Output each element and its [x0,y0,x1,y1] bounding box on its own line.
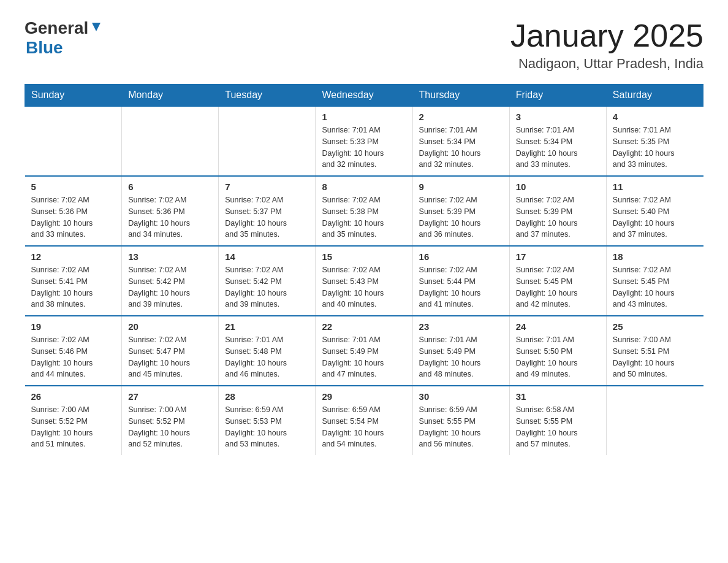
calendar-cell: 12Sunrise: 7:02 AM Sunset: 5:41 PM Dayli… [25,246,122,316]
day-number: 9 [419,182,503,192]
day-info: Sunrise: 7:00 AM Sunset: 5:52 PM Dayligh… [31,404,116,450]
day-number: 5 [31,182,116,192]
calendar-header: SundayMondayTuesdayWednesdayThursdayFrid… [25,85,703,107]
day-number: 13 [128,251,212,262]
calendar-cell: 15Sunrise: 7:02 AM Sunset: 5:43 PM Dayli… [316,246,412,316]
calendar-body: 1Sunrise: 7:01 AM Sunset: 5:33 PM Daylig… [25,106,703,455]
day-number: 14 [225,251,309,262]
calendar-cell: 17Sunrise: 7:02 AM Sunset: 5:45 PM Dayli… [509,246,606,316]
calendar-cell: 14Sunrise: 7:02 AM Sunset: 5:42 PM Dayli… [219,246,316,316]
day-info: Sunrise: 7:02 AM Sunset: 5:40 PM Dayligh… [613,194,697,240]
day-number: 16 [419,251,503,262]
weekday-header-tuesday: Tuesday [219,85,316,107]
calendar-table: SundayMondayTuesdayWednesdayThursdayFrid… [25,84,703,455]
svg-marker-0 [92,23,100,31]
day-number: 21 [225,321,309,332]
day-info: Sunrise: 7:02 AM Sunset: 5:41 PM Dayligh… [31,264,116,310]
calendar-cell [606,386,703,455]
day-number: 18 [613,251,697,262]
day-number: 8 [322,182,406,192]
day-number: 22 [322,321,406,332]
calendar-cell: 30Sunrise: 6:59 AM Sunset: 5:55 PM Dayli… [412,386,509,455]
calendar-cell: 11Sunrise: 7:02 AM Sunset: 5:40 PM Dayli… [606,176,703,246]
calendar-cell [122,106,219,176]
day-info: Sunrise: 6:59 AM Sunset: 5:54 PM Dayligh… [322,404,406,450]
calendar-cell: 28Sunrise: 6:59 AM Sunset: 5:53 PM Dayli… [219,386,316,455]
day-info: Sunrise: 7:02 AM Sunset: 5:39 PM Dayligh… [516,194,600,240]
weekday-header-thursday: Thursday [412,85,509,107]
calendar-cell: 4Sunrise: 7:01 AM Sunset: 5:35 PM Daylig… [606,106,703,176]
day-number: 12 [31,251,116,262]
calendar-week-row: 19Sunrise: 7:02 AM Sunset: 5:46 PM Dayli… [25,316,703,386]
day-number: 10 [516,182,600,192]
day-info: Sunrise: 7:02 AM Sunset: 5:47 PM Dayligh… [128,334,212,380]
weekday-header-friday: Friday [509,85,606,107]
day-number: 27 [128,391,212,402]
weekday-header-wednesday: Wednesday [316,85,412,107]
calendar-cell: 25Sunrise: 7:00 AM Sunset: 5:51 PM Dayli… [606,316,703,386]
day-number: 24 [516,321,600,332]
day-info: Sunrise: 7:01 AM Sunset: 5:33 PM Dayligh… [322,124,406,170]
day-number: 29 [322,391,406,402]
day-info: Sunrise: 7:00 AM Sunset: 5:51 PM Dayligh… [613,334,697,380]
day-number: 26 [31,391,116,402]
calendar-week-row: 26Sunrise: 7:00 AM Sunset: 5:52 PM Dayli… [25,386,703,455]
logo-general: General [25,18,88,38]
day-number: 28 [225,391,309,402]
calendar-cell: 6Sunrise: 7:02 AM Sunset: 5:36 PM Daylig… [122,176,219,246]
day-number: 1 [322,112,406,122]
calendar-cell: 18Sunrise: 7:02 AM Sunset: 5:45 PM Dayli… [606,246,703,316]
calendar-cell: 23Sunrise: 7:01 AM Sunset: 5:49 PM Dayli… [412,316,509,386]
calendar-subtitle: Nadigaon, Uttar Pradesh, India [510,56,703,72]
calendar-cell: 22Sunrise: 7:01 AM Sunset: 5:49 PM Dayli… [316,316,412,386]
day-number: 30 [419,391,503,402]
day-number: 4 [613,112,697,122]
day-number: 11 [613,182,697,192]
logo-triangle-icon [89,20,103,34]
calendar-cell: 21Sunrise: 7:01 AM Sunset: 5:48 PM Dayli… [219,316,316,386]
day-info: Sunrise: 7:02 AM Sunset: 5:45 PM Dayligh… [613,264,697,310]
day-info: Sunrise: 7:02 AM Sunset: 5:36 PM Dayligh… [31,194,116,240]
calendar-cell: 7Sunrise: 7:02 AM Sunset: 5:37 PM Daylig… [219,176,316,246]
day-info: Sunrise: 7:02 AM Sunset: 5:37 PM Dayligh… [225,194,309,240]
day-info: Sunrise: 6:58 AM Sunset: 5:55 PM Dayligh… [516,404,600,450]
weekday-header-row: SundayMondayTuesdayWednesdayThursdayFrid… [25,85,703,107]
calendar-cell: 5Sunrise: 7:02 AM Sunset: 5:36 PM Daylig… [25,176,122,246]
day-number: 17 [516,251,600,262]
calendar-cell: 10Sunrise: 7:02 AM Sunset: 5:39 PM Dayli… [509,176,606,246]
logo-blue: Blue [26,38,63,57]
day-info: Sunrise: 7:01 AM Sunset: 5:34 PM Dayligh… [516,124,600,170]
calendar-cell: 1Sunrise: 7:01 AM Sunset: 5:33 PM Daylig… [316,106,412,176]
calendar-cell: 29Sunrise: 6:59 AM Sunset: 5:54 PM Dayli… [316,386,412,455]
calendar-cell: 31Sunrise: 6:58 AM Sunset: 5:55 PM Dayli… [509,386,606,455]
calendar-cell: 27Sunrise: 7:00 AM Sunset: 5:52 PM Dayli… [122,386,219,455]
calendar-week-row: 12Sunrise: 7:02 AM Sunset: 5:41 PM Dayli… [25,246,703,316]
day-number: 31 [516,391,600,402]
calendar-cell [25,106,122,176]
day-info: Sunrise: 7:02 AM Sunset: 5:42 PM Dayligh… [225,264,309,310]
calendar-week-row: 1Sunrise: 7:01 AM Sunset: 5:33 PM Daylig… [25,106,703,176]
day-number: 3 [516,112,600,122]
weekday-header-saturday: Saturday [606,85,703,107]
day-info: Sunrise: 7:02 AM Sunset: 5:44 PM Dayligh… [419,264,503,310]
day-info: Sunrise: 7:01 AM Sunset: 5:49 PM Dayligh… [322,334,406,380]
day-info: Sunrise: 7:01 AM Sunset: 5:35 PM Dayligh… [613,124,697,170]
day-info: Sunrise: 7:02 AM Sunset: 5:45 PM Dayligh… [516,264,600,310]
calendar-cell: 8Sunrise: 7:02 AM Sunset: 5:38 PM Daylig… [316,176,412,246]
day-info: Sunrise: 6:59 AM Sunset: 5:55 PM Dayligh… [419,404,503,450]
weekday-header-sunday: Sunday [25,85,122,107]
calendar-cell: 9Sunrise: 7:02 AM Sunset: 5:39 PM Daylig… [412,176,509,246]
calendar-cell: 16Sunrise: 7:02 AM Sunset: 5:44 PM Dayli… [412,246,509,316]
day-info: Sunrise: 7:01 AM Sunset: 5:50 PM Dayligh… [516,334,600,380]
day-info: Sunrise: 7:02 AM Sunset: 5:43 PM Dayligh… [322,264,406,310]
calendar-cell: 2Sunrise: 7:01 AM Sunset: 5:34 PM Daylig… [412,106,509,176]
day-info: Sunrise: 7:01 AM Sunset: 5:34 PM Dayligh… [419,124,503,170]
day-number: 15 [322,251,406,262]
day-number: 7 [225,182,309,192]
calendar-cell: 24Sunrise: 7:01 AM Sunset: 5:50 PM Dayli… [509,316,606,386]
calendar-cell: 26Sunrise: 7:00 AM Sunset: 5:52 PM Dayli… [25,386,122,455]
day-info: Sunrise: 7:00 AM Sunset: 5:52 PM Dayligh… [128,404,212,450]
page-header: General Blue January 2025 Nadigaon, Utta… [25,18,703,72]
calendar-cell: 19Sunrise: 7:02 AM Sunset: 5:46 PM Dayli… [25,316,122,386]
day-info: Sunrise: 7:02 AM Sunset: 5:39 PM Dayligh… [419,194,503,240]
